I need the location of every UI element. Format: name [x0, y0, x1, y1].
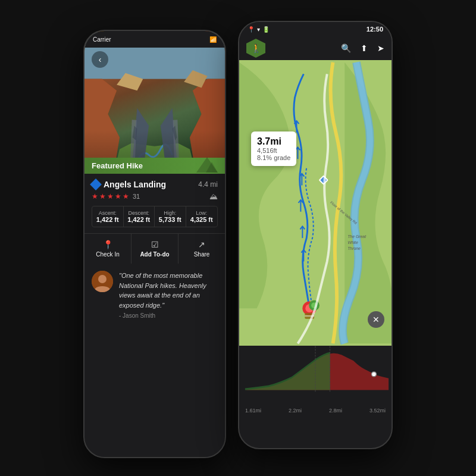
star-4: ★	[115, 192, 121, 201]
high-label: High:	[157, 210, 183, 216]
clock: 12:50	[367, 26, 383, 33]
stat-ascent: Ascent: 1,422 ft	[92, 206, 124, 227]
toolbar-right: 🔍 ⬆ ➤	[341, 43, 384, 53]
todo-label: Add To-do	[140, 251, 169, 258]
review-row: "One of the most memorable National Park…	[92, 271, 218, 319]
todo-icon: ☑	[151, 240, 159, 249]
status-icons-left: 📍 ▾ 🔋	[248, 26, 270, 33]
chart-label-1: 1.61mi	[245, 408, 261, 414]
high-value: 5,733 ft	[157, 216, 183, 223]
ascent-label: Ascent:	[95, 210, 121, 216]
chart-label-2: 2.2mi	[289, 408, 302, 414]
stat-high: High: 5,733 ft	[155, 206, 186, 227]
hike-title-row: Angels Landing 4.4 mi	[92, 180, 218, 189]
share-button[interactable]: ↗ Share	[178, 234, 225, 264]
add-todo-button[interactable]: ☑ Add To-do	[131, 234, 178, 264]
svg-point-5	[98, 275, 107, 283]
info-popup: 3.7mi 4,516ft 8.1% grade	[251, 131, 296, 166]
share-icon: ↗	[198, 240, 205, 249]
svg-point-28	[372, 372, 377, 377]
logo-hiker-icon: 🚶	[251, 43, 261, 53]
diamond-icon	[90, 178, 102, 190]
stat-low: Low: 4,325 ft	[186, 206, 218, 227]
scene: Carrier 📶	[0, 0, 476, 476]
chart-label-4: 3.52mi	[369, 408, 386, 414]
battery-icon: 🔋	[262, 26, 270, 33]
phone-content: Angels Landing 4.4 mi ★ ★ ★ ★ ★ 31 ⛰ Asc…	[84, 174, 225, 264]
rating-stars: ★ ★ ★ ★ ★ 31	[92, 192, 140, 201]
review-text: "One of the most memorable National Park…	[119, 271, 218, 310]
carrier-label: Carrier	[93, 36, 111, 43]
right-phone: 📍 ▾ 🔋 12:50 🚶 🔍 ⬆ ➤	[238, 21, 393, 449]
elevation-chart: 1.61mi 2.2mi 2.8mi 3.52mi	[239, 346, 392, 417]
signal-icon: ▾	[257, 26, 260, 33]
popup-distance: 3.7mi	[257, 136, 290, 147]
check-in-button[interactable]: 📍 Check In	[84, 234, 131, 264]
close-icon: ✕	[372, 315, 380, 324]
svg-text:White: White	[347, 240, 358, 245]
star-3: ★	[107, 192, 114, 201]
navigation-icon[interactable]: ➤	[377, 43, 384, 53]
map-toolbar: 🚶 🔍 ⬆ ➤	[239, 36, 392, 60]
location-icon: 📍	[248, 26, 255, 33]
elevation-icon: ⛰	[209, 192, 218, 201]
reviewer-avatar	[92, 271, 113, 292]
ascent-value: 1,422 ft	[95, 216, 121, 223]
chart-label-3: 2.8mi	[329, 408, 342, 414]
stat-descent: Descent: 1,422 ft	[124, 206, 155, 227]
status-bar-right: 📍 ▾ 🔋 12:50	[239, 22, 392, 36]
action-bar: 📍 Check In ☑ Add To-do ↗ Share	[84, 233, 225, 264]
review-author: - Jason Smith	[119, 312, 218, 319]
star-half: ★	[123, 192, 129, 201]
back-button[interactable]: ‹	[92, 51, 108, 68]
svg-text:Throne: Throne	[347, 246, 361, 250]
checkin-label: Check In	[96, 251, 119, 258]
featured-label: Featured Hike	[92, 161, 143, 170]
chart-labels: 1.61mi 2.2mi 2.8mi 3.52mi	[239, 408, 392, 414]
share-map-icon[interactable]: ⬆	[361, 43, 368, 53]
review-section: "One of the most memorable National Park…	[84, 264, 225, 326]
map-area: The Great White Throne Floor of the Vall…	[239, 60, 392, 346]
stats-grid: Ascent: 1,422 ft Descent: 1,422 ft High:…	[92, 206, 218, 227]
hike-name: Angels Landing	[104, 180, 166, 189]
hike-title-left: Angels Landing	[92, 180, 166, 189]
popup-grade: 8.1% grade	[257, 154, 290, 161]
descent-label: Descent:	[126, 210, 152, 216]
featured-hike-banner: Featured Hike	[84, 158, 225, 174]
app-logo: 🚶	[246, 39, 265, 58]
left-phone: Carrier 📶	[83, 30, 226, 458]
low-value: 4,325 ft	[189, 216, 215, 223]
low-label: Low:	[189, 210, 215, 216]
close-button[interactable]: ✕	[368, 311, 384, 328]
status-bar-left: Carrier 📶	[84, 31, 225, 48]
descent-value: 1,422 ft	[126, 216, 152, 223]
share-label: Share	[194, 251, 210, 258]
popup-elevation: 4,516ft	[257, 147, 290, 154]
hero-image: ‹ Featured Hike	[84, 31, 225, 174]
review-count: 31	[133, 193, 140, 200]
hike-meta-row: ★ ★ ★ ★ ★ 31 ⛰	[92, 192, 218, 201]
checkin-icon: 📍	[103, 240, 113, 249]
wifi-icon: 📶	[209, 36, 217, 43]
star-1: ★	[92, 192, 98, 201]
star-2: ★	[99, 192, 106, 201]
hike-distance: 4.4 mi	[198, 180, 218, 189]
svg-text:The Great: The Great	[347, 234, 367, 239]
search-icon[interactable]: 🔍	[341, 43, 351, 53]
